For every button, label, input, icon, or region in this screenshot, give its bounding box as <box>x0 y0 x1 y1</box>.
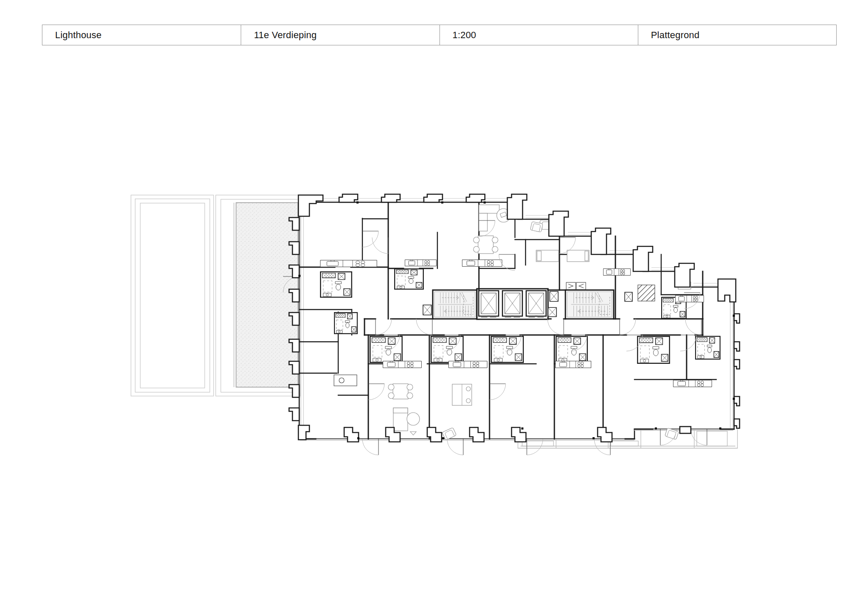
bathroom-pod <box>370 336 402 363</box>
kitchen-counter <box>462 260 502 267</box>
bathroom-pod <box>696 336 720 359</box>
tv-rug <box>407 413 420 425</box>
kitchen-counter <box>603 269 630 276</box>
bathroom-pod <box>395 269 423 289</box>
service-shaft-icon <box>550 291 558 301</box>
bed-single <box>536 250 559 262</box>
service-shaft-icon <box>625 292 632 301</box>
bathroom-pod <box>334 313 357 334</box>
bed-single <box>567 250 589 262</box>
roof-terrace-west <box>131 195 214 396</box>
drawing-sheet: Lighthouse 11e Verdieping 1:200 Plattegr… <box>0 0 868 614</box>
kitchen-counter <box>556 361 591 368</box>
kitchen-counter <box>449 361 487 368</box>
kitchen-counter <box>383 361 422 368</box>
bathroom-pod <box>431 336 463 363</box>
service-shaft-icon <box>423 305 431 315</box>
bathroom-pod <box>637 336 669 363</box>
kitchen-counter <box>320 260 377 267</box>
elevator-shaft-1 <box>479 291 499 318</box>
roof-terrace-hatched <box>216 195 300 396</box>
stairwell-west <box>434 292 475 317</box>
kitchen-counter <box>405 260 436 266</box>
elevator-shaft-3 <box>526 291 546 318</box>
bed-double <box>452 384 472 405</box>
bathroom-pod <box>320 272 352 297</box>
bathroom-pod <box>556 336 587 363</box>
elevator-bank <box>479 291 546 318</box>
kitchen-counter <box>673 380 712 387</box>
elevator-shaft-2 <box>503 291 523 318</box>
bathroom-pod <box>491 336 523 363</box>
terrace-hatch-area <box>236 203 298 387</box>
service-shaft-icon <box>548 307 556 317</box>
floor-plan-drawing <box>0 0 868 614</box>
